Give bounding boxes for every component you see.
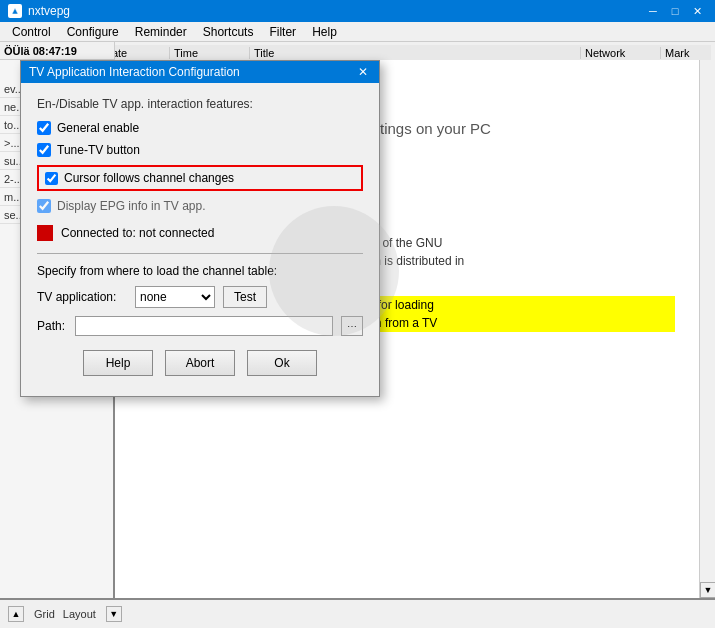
- window-controls: ─ □ ✕: [643, 3, 707, 19]
- bottom-scroll-arrow-2[interactable]: ▼: [106, 606, 122, 622]
- ok-button[interactable]: Ok: [247, 350, 317, 376]
- menu-bar: Control Configure Reminder Shortcuts Fil…: [0, 22, 715, 42]
- current-time: ÖÜlä 08:47:19: [4, 45, 77, 57]
- checkbox-general-enable-input[interactable]: [37, 121, 51, 135]
- tv-app-select[interactable]: none VLC Kodi MythTV: [135, 286, 215, 308]
- checkbox-general-enable: General enable: [37, 121, 363, 135]
- checkbox-cursor-follows-input[interactable]: [45, 172, 58, 185]
- menu-control[interactable]: Control: [4, 23, 59, 41]
- bottom-bar: ▲ Grid Layout ▼: [0, 598, 715, 628]
- dialog-title: TV Application Interaction Configuration: [29, 65, 240, 79]
- status-icon: [37, 225, 53, 241]
- checkbox-tune-tv-input[interactable]: [37, 143, 51, 157]
- test-button[interactable]: Test: [223, 286, 267, 308]
- status-label: Connected to: not connected: [61, 226, 214, 240]
- title-bar: nxtvepg ─ □ ✕: [0, 0, 715, 22]
- grid-label: Grid: [34, 608, 55, 620]
- status-row: Connected to: not connected: [37, 225, 363, 241]
- dialog-title-bar: TV Application Interaction Configuration…: [21, 61, 379, 83]
- col-mark: Mark: [661, 47, 711, 59]
- section-label: En-/Disable TV app. interaction features…: [37, 97, 363, 111]
- path-browse-button[interactable]: ⋯: [341, 316, 363, 336]
- col-time: Time: [170, 47, 250, 59]
- menu-reminder[interactable]: Reminder: [127, 23, 195, 41]
- app-icon: [8, 4, 22, 18]
- separator: [37, 253, 363, 254]
- grid-layout-label: Grid Layout: [34, 608, 96, 620]
- layout-label: Layout: [63, 608, 96, 620]
- checkbox-cursor-follows-highlighted: Cursor follows channel changes: [37, 165, 363, 191]
- svg-marker-0: [12, 8, 18, 14]
- path-label: Path:: [37, 319, 67, 333]
- bottom-scroll-arrow[interactable]: ▲: [8, 606, 24, 622]
- checkbox-display-epg-input[interactable]: [37, 199, 51, 213]
- channel-table-label: Specify from where to load the channel t…: [37, 264, 363, 278]
- menu-shortcuts[interactable]: Shortcuts: [195, 23, 262, 41]
- help-button[interactable]: Help: [83, 350, 153, 376]
- tv-app-label: TV application:: [37, 290, 127, 304]
- checkbox-cursor-follows-label: Cursor follows channel changes: [64, 171, 234, 185]
- tv-app-row: TV application: none VLC Kodi MythTV Tes…: [37, 286, 363, 308]
- menu-configure[interactable]: Configure: [59, 23, 127, 41]
- dialog-content: En-/Disable TV app. interaction features…: [21, 83, 379, 396]
- dialog-close-button[interactable]: ✕: [355, 64, 371, 80]
- col-network: Network: [581, 47, 661, 59]
- checkbox-display-epg-label: Display EPG info in TV app.: [57, 199, 206, 213]
- path-input[interactable]: [75, 316, 333, 336]
- status-bar: ÖÜlä 08:47:19: [0, 42, 115, 60]
- close-button[interactable]: ✕: [687, 3, 707, 19]
- path-row: Path: ⋯: [37, 316, 363, 336]
- abort-button[interactable]: Abort: [165, 350, 235, 376]
- checkbox-tune-tv-label: Tune-TV button: [57, 143, 140, 157]
- checkbox-tune-tv: Tune-TV button: [37, 143, 363, 157]
- menu-filter[interactable]: Filter: [261, 23, 304, 41]
- minimize-button[interactable]: ─: [643, 3, 663, 19]
- col-title: Title: [250, 47, 581, 59]
- maximize-button[interactable]: □: [665, 3, 685, 19]
- dialog-buttons: Help Abort Ok: [37, 350, 363, 382]
- right-scrollbar[interactable]: ▼: [699, 60, 715, 598]
- checkbox-display-epg: Display EPG info in TV app.: [37, 199, 363, 213]
- window-title: nxtvepg: [28, 4, 70, 18]
- dialog: TV Application Interaction Configuration…: [20, 60, 380, 397]
- menu-help[interactable]: Help: [304, 23, 345, 41]
- checkbox-general-enable-label: General enable: [57, 121, 139, 135]
- scroll-down-arrow[interactable]: ▼: [700, 582, 715, 598]
